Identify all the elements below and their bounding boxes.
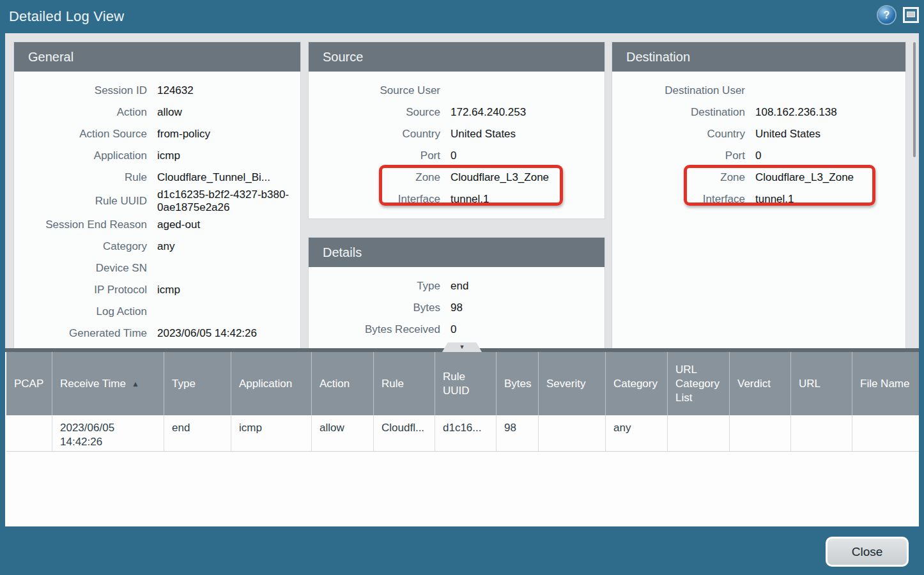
column-header-verdict[interactable]: Verdict [730, 352, 791, 415]
column-header-url-category-list[interactable]: URL Category List [668, 352, 730, 415]
field-label: Action Source [14, 128, 157, 141]
column-header-label: Action [320, 377, 350, 391]
table-cell [539, 415, 606, 451]
field-value: 172.64.240.253 [450, 106, 604, 119]
table-cell [668, 415, 730, 451]
field-value: icmp [157, 284, 300, 296]
field-row-general-7: Categoryany [14, 236, 300, 257]
vertical-scrollbar[interactable] [913, 42, 916, 157]
field-label: Country [309, 128, 450, 141]
field-row-general-9: IP Protocolicmp [14, 279, 300, 301]
close-button[interactable]: Close [826, 537, 909, 567]
field-row-source-2: CountryUnited States [309, 123, 604, 145]
field-row-source-0: Source User [309, 80, 604, 102]
field-label: Device SN [14, 262, 157, 275]
table-cell: 2023/06/05 14:42:26 [52, 415, 164, 451]
window-icon-inner [907, 12, 915, 17]
detailed-log-view-dialog: Detailed Log View ? General Session ID12… [0, 0, 924, 575]
field-row-source-1: Source172.64.240.253 [309, 102, 604, 123]
field-label: Action [14, 106, 157, 119]
field-row-general-0: Session ID124632 [14, 80, 300, 102]
table-cell: allow [312, 415, 374, 451]
column-header-pcap[interactable]: PCAP [6, 352, 52, 415]
field-row-source-5: Interfacetunnel.1 [309, 188, 604, 210]
table-cell: any [606, 415, 668, 451]
table-cell [791, 415, 852, 451]
dialog-title: Detailed Log View [9, 8, 124, 25]
details-panel: Details TypeendBytes98Bytes Received0 [309, 238, 604, 348]
field-value: d1c16235-b2f2-4327-b380-0ae1875e2a26 [157, 188, 300, 214]
field-label: Source User [309, 84, 450, 97]
field-label: Bytes [309, 302, 450, 314]
column-header-type[interactable]: Type [164, 352, 231, 415]
field-label: Port [612, 150, 755, 162]
general-fields: Session ID124632ActionallowAction Source… [14, 72, 300, 344]
field-value: 0 [450, 323, 604, 336]
column-header-label: URL [799, 377, 820, 391]
field-label: Application [14, 150, 157, 162]
column-header-label: File Name [860, 377, 909, 391]
field-label: Zone [612, 171, 755, 184]
field-label: Bytes Received [309, 323, 450, 336]
field-label: Session End Reason [14, 218, 157, 231]
table-row[interactable]: 2023/06/05 14:42:26endicmpallowCloudfl..… [6, 415, 919, 452]
column-header-application[interactable]: Application [231, 352, 312, 415]
column-header-severity[interactable]: Severity [539, 352, 606, 415]
sort-ascending-icon: ▲ [132, 377, 139, 391]
column-header-url[interactable]: URL [791, 352, 852, 415]
field-label: Destination User [612, 84, 755, 97]
table-cell [852, 415, 919, 451]
field-label: Destination [612, 106, 755, 119]
column-header-category[interactable]: Category [606, 352, 668, 415]
field-value: icmp [157, 150, 300, 162]
field-row-destination-2: CountryUnited States [612, 123, 905, 145]
table-cell [6, 415, 52, 451]
column-header-label: Application [239, 377, 292, 391]
field-row-destination-1: Destination108.162.236.138 [612, 102, 905, 123]
source-panel-title: Source [309, 42, 604, 72]
field-value: 124632 [157, 84, 300, 97]
field-row-general-5: Rule UUIDd1c16235-b2f2-4327-b380-0ae1875… [14, 188, 300, 214]
column-header-label: Rule [381, 377, 404, 391]
column-header-action[interactable]: Action [312, 352, 374, 415]
field-row-source-4: ZoneCloudflare_L3_Zone [309, 167, 604, 188]
field-row-destination-3: Port0 [612, 145, 905, 167]
table-cell: icmp [231, 415, 312, 451]
field-label: Session ID [14, 84, 157, 97]
window-icon[interactable] [903, 7, 919, 23]
splitter-handle[interactable]: ▼ [442, 342, 482, 352]
details-panel-title: Details [309, 238, 604, 267]
table-cell: Cloudfl... [374, 415, 435, 451]
source-fields: Source UserSource172.64.240.253CountryUn… [309, 72, 604, 210]
log-detail-content: General Session ID124632ActionallowActio… [5, 33, 919, 348]
field-value: United States [450, 128, 604, 141]
column-header-label: Verdict [737, 377, 771, 391]
column-header-receive-time[interactable]: Receive Time▲ [52, 352, 164, 415]
field-row-source-3: Port0 [309, 145, 604, 167]
field-value: Cloudflare_Tunnel_Bi... [157, 171, 300, 184]
source-panel: Source Source UserSource172.64.240.253Co… [309, 42, 604, 218]
column-header-rule-uuid[interactable]: Rule UUID [435, 352, 497, 415]
field-label: IP Protocol [14, 284, 157, 296]
column-header-label: Rule UUID [443, 370, 489, 398]
destination-panel: Destination Destination UserDestination1… [612, 42, 905, 348]
field-label: Rule UUID [14, 195, 157, 208]
general-panel: General Session ID124632ActionallowActio… [14, 42, 300, 348]
column-header-rule[interactable]: Rule [374, 352, 435, 415]
field-value: aged-out [157, 218, 300, 231]
field-row-general-10: Log Action [14, 301, 300, 323]
field-label: Category [14, 240, 157, 253]
destination-fields: Destination UserDestination108.162.236.1… [612, 72, 905, 210]
field-row-details-1: Bytes98 [309, 297, 604, 319]
column-header-bytes[interactable]: Bytes [497, 352, 539, 415]
field-row-destination-5: Interfacetunnel.1 [612, 188, 905, 210]
field-label: Interface [612, 193, 755, 206]
field-value: 0 [450, 150, 604, 162]
table-cell: 98 [497, 415, 539, 451]
column-header-file-name[interactable]: File Name [852, 352, 919, 415]
help-icon[interactable]: ? [878, 6, 895, 24]
field-label: Rule [14, 171, 157, 184]
field-label: Zone [309, 171, 450, 184]
field-value: any [157, 240, 300, 253]
column-header-label: Severity [546, 377, 585, 391]
